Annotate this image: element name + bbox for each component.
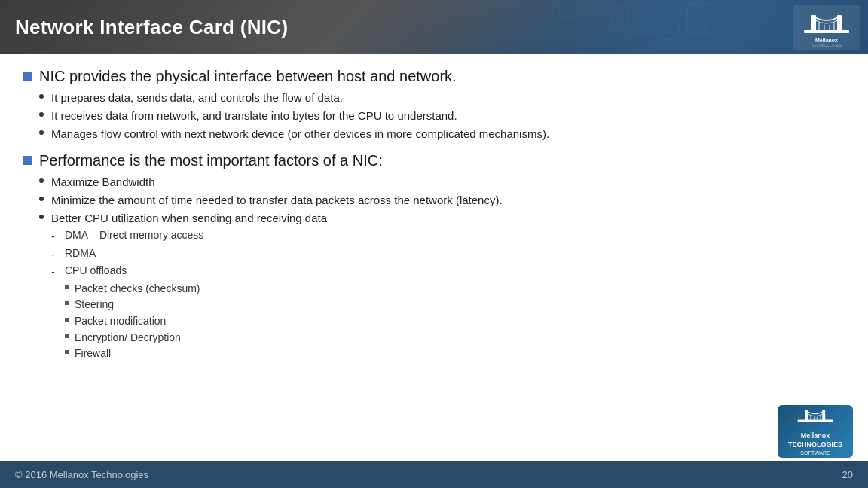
section2-sub-items: Maximize Bandwidth Minimize the amount o… [39,174,845,361]
deep-item-text: Steering [75,297,114,313]
list-item: Manages flow control with next network d… [39,126,845,142]
sub-item-text: It receives data from network, and trans… [51,108,457,124]
svg-rect-9 [798,419,833,422]
list-item: Maximize Bandwidth [39,174,845,190]
mellanox-logo-header: Mellanox TECHNOLOGIES [793,5,860,50]
nested-items-cpu: - DMA – Direct memory access - RDMA - CP… [51,228,845,361]
deep-item-text: Packet checks (checksum) [75,282,200,297]
svg-rect-0 [804,30,849,33]
small-square-bullet-icon [65,285,69,289]
nested-item-text: RDMA [65,246,96,261]
deco-square-4 [706,23,732,49]
sub-item-text: Better CPU utilization when sending and … [51,210,327,226]
list-item: It receives data from network, and trans… [39,108,845,124]
list-item: Firewall [65,346,845,361]
svg-text:Mellanox: Mellanox [815,38,838,43]
svg-text:TECHNOLOGIES: TECHNOLOGIES [811,43,842,47]
list-item: - DMA – Direct memory access [51,228,845,245]
small-square-bullet-icon [65,350,69,354]
list-item: It prepares data, sends data, and contro… [39,90,845,105]
dash-bullet-icon: - [51,248,60,263]
section-performance: Performance is the most important factor… [23,152,845,361]
sub-item-text: Minimize the amount of time needed to tr… [51,192,503,208]
sub-item-text: It prepares data, sends data, and contro… [51,90,343,105]
dash-bullet-icon: - [51,265,60,280]
section1-bullet [23,72,32,81]
dot-bullet-icon [39,112,44,117]
deco-square-7 [559,0,582,17]
list-item: Packet checks (checksum) [65,282,845,297]
list-item: Better CPU utilization when sending and … [39,210,845,226]
mellanox-logo-svg: Mellanox TECHNOLOGIES [796,8,857,47]
deco-square-3 [627,0,665,34]
deep-item-text: Encryption/ Decryption [75,331,181,346]
small-square-bullet-icon [65,301,69,305]
footer-logo-svg [789,405,842,432]
list-item: Packet modification [65,314,845,329]
page-title: Network Interface Card (NIC) [15,16,288,39]
section2-title: Performance is the most important factor… [39,152,383,169]
sub-item-text: Maximize Bandwidth [51,174,155,190]
dot-bullet-icon [39,130,44,135]
mellanox-footer-logo: MellanoxTECHNOLOGIESSOFTWARE [778,405,853,458]
list-item: Minimize the amount of time needed to tr… [39,192,845,208]
dot-bullet-icon [39,215,44,219]
footer-copyright: © 2016 Mellanox Technologies [15,469,148,480]
footer-logo-text: MellanoxTECHNOLOGIESSOFTWARE [788,432,842,458]
dot-bullet-icon [39,178,44,183]
section1-sub-items: It prepares data, sends data, and contro… [39,90,845,142]
small-square-bullet-icon [65,318,69,322]
nested-item-text: DMA – Direct memory access [65,228,203,243]
dot-bullet-icon [39,197,44,201]
section1-title: NIC provides the physical interface betw… [39,68,457,85]
header-squares [552,0,778,54]
header: Network Interface Card (NIC) Mellanox TE… [0,0,868,54]
small-square-bullet-icon [65,334,69,338]
deep-item-text: Firewall [75,346,111,361]
footer: © 2016 Mellanox Technologies 20 [0,461,868,488]
section1-header: NIC provides the physical interface betw… [23,68,845,85]
section2-bullet [23,156,32,165]
section-nic-intro: NIC provides the physical interface betw… [23,68,845,142]
deco-square-6 [578,11,612,45]
list-item: Encryption/ Decryption [65,331,845,346]
sub-item-text: Manages flow control with next network d… [51,126,549,142]
deep-items-offloads: Packet checks (checksum) Steering Packet… [65,282,845,361]
dash-bullet-icon: - [51,230,60,245]
list-item: - CPU offloads [51,264,845,280]
list-item: - RDMA [51,246,845,263]
dot-bullet-icon [39,94,44,99]
nested-item-text: CPU offloads [65,264,127,279]
section2-header: Performance is the most important factor… [23,152,845,169]
footer-page-number: 20 [842,469,853,480]
deco-square-5 [610,6,627,23]
deep-item-text: Packet modification [75,314,166,329]
main-content: NIC provides the physical interface betw… [0,54,868,461]
list-item: Steering [65,297,845,313]
